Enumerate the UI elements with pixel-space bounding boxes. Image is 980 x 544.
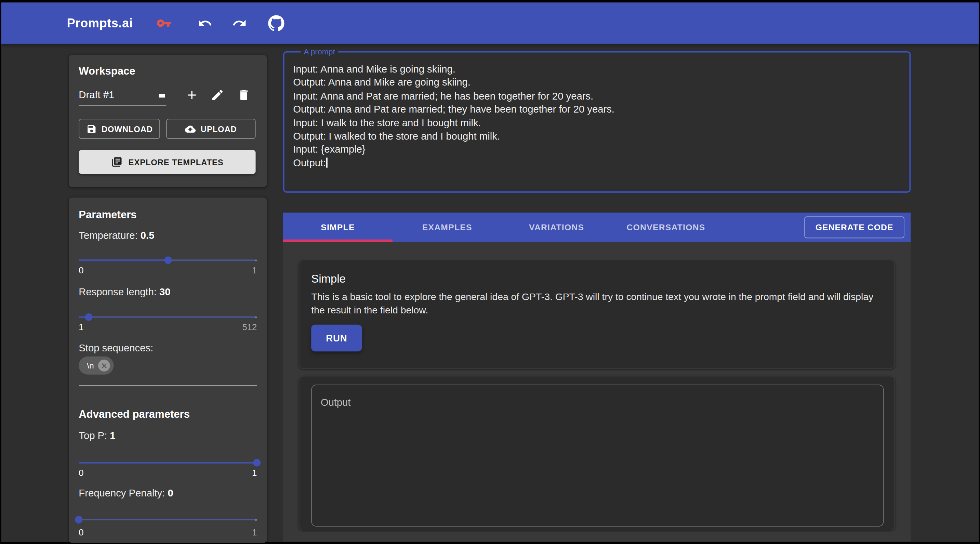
temperature-label: Temperature: 0.5 (79, 230, 154, 242)
redo-button[interactable] (232, 16, 247, 31)
dropdown-caret-icon (159, 94, 165, 97)
prompt-line: Input: Anna and Mike is going skiing. (293, 62, 900, 76)
upload-label: UPLOAD (201, 124, 237, 134)
tab-simple[interactable]: SIMPLE (283, 212, 393, 242)
top-p-minmax: 0 1 (79, 468, 257, 478)
download-label: DOWNLOAD (102, 124, 153, 134)
output-section: Output (299, 376, 895, 530)
workspace-panel: Workspace Draft #1 DOWNLOAD (69, 55, 267, 187)
mode-tabs: SIMPLE EXAMPLES VARIATIONS CONVERSATIONS… (283, 212, 911, 242)
simple-heading: Simple (311, 273, 346, 286)
response-length-min: 1 (79, 322, 83, 332)
edit-workspace-button[interactable] (207, 85, 228, 107)
tab-variations[interactable]: VARIATIONS (502, 212, 611, 242)
explore-templates-label: EXPLORE TEMPLATES (129, 157, 224, 167)
edit-icon (211, 88, 224, 104)
top-p-max: 1 (252, 468, 257, 478)
frequency-penalty-label: Frequency Penalty: 0 (79, 488, 173, 499)
active-tab-indicator (283, 239, 393, 242)
prompt-field[interactable]: A prompt Input: Anna and Mike is going s… (283, 48, 911, 193)
prompt-line: Input: {example} (293, 143, 900, 156)
redo-icon (232, 16, 247, 31)
temperature-slider-thumb[interactable] (164, 256, 172, 264)
explore-templates-button[interactable]: EXPLORE TEMPLATES (79, 150, 255, 174)
chip-delete-icon[interactable]: ✕ (98, 360, 110, 372)
response-length-slider-thumb[interactable] (85, 313, 93, 321)
generate-code-button[interactable]: GENERATE CODE (804, 216, 904, 238)
frequency-penalty-minmax: 0 1 (79, 527, 257, 537)
parameters-heading: Parameters (79, 209, 137, 221)
top-p-label: Top P: 1 (79, 431, 115, 442)
prompt-line: Output: Anna and Mike are going skiing. (293, 76, 900, 89)
top-p-slider-thumb[interactable] (253, 459, 261, 467)
temperature-minmax: 0 1 (79, 265, 257, 275)
prompt-line: Input: Anna and Pat are married; he has … (293, 89, 900, 103)
simple-section: Simple This is a basic tool to explore t… (299, 260, 895, 369)
frequency-penalty-max: 1 (252, 527, 257, 537)
api-key-button[interactable] (157, 16, 172, 31)
stop-sequences-underline[interactable] (79, 385, 257, 386)
github-button[interactable] (269, 15, 285, 32)
delete-workspace-button[interactable] (233, 85, 255, 107)
navbar: Prompts.ai (2, 2, 979, 44)
advanced-parameters-heading: Advanced parameters (79, 408, 190, 421)
github-icon (269, 15, 285, 32)
temperature-slider[interactable] (79, 256, 257, 264)
add-icon (185, 88, 199, 104)
temperature-min: 0 (79, 265, 83, 275)
response-length-value: 30 (159, 286, 171, 297)
simple-description: This is a basic tool to explore the gene… (311, 290, 883, 316)
upload-button[interactable]: UPLOAD (166, 119, 255, 139)
output-placeholder: Output (321, 397, 351, 408)
top-p-value: 1 (110, 431, 115, 441)
temperature-value: 0.5 (140, 230, 154, 241)
text-cursor (326, 157, 328, 167)
prompt-line: Output: I walked to the store and I boug… (293, 129, 900, 143)
parameters-panel: Parameters Temperature: 0.5 0 1 Response… (69, 198, 267, 543)
workspace-select-value: Draft #1 (79, 86, 166, 104)
frequency-penalty-slider-thumb[interactable] (75, 516, 83, 523)
frequency-penalty-min: 0 (79, 527, 83, 537)
workspace-select[interactable]: Draft #1 (79, 86, 166, 106)
prompt-line-last: Output: (293, 156, 900, 170)
undo-button[interactable] (198, 16, 213, 31)
frequency-penalty-value: 0 (167, 488, 173, 498)
prompt-line: Output: Anna and Pat are married; they h… (293, 103, 900, 116)
app-title: Prompts.ai (67, 16, 133, 30)
temperature-max: 1 (252, 265, 257, 275)
output-field[interactable]: Output (311, 384, 884, 526)
frequency-penalty-slider[interactable] (79, 516, 257, 523)
stop-sequence-chip-text: \n (87, 361, 94, 370)
workspace-heading: Workspace (79, 65, 135, 78)
key-icon (157, 16, 172, 31)
response-length-max: 512 (242, 322, 257, 332)
stop-sequences-label: Stop sequences: (79, 343, 153, 354)
top-p-slider[interactable] (79, 459, 257, 467)
response-length-minmax: 1 512 (79, 322, 257, 332)
delete-icon (237, 88, 251, 104)
response-length-label: Response length: 30 (79, 286, 170, 298)
save-icon (86, 123, 96, 134)
run-button[interactable]: RUN (311, 325, 362, 352)
add-workspace-button[interactable] (181, 85, 202, 107)
tab-conversations[interactable]: CONVERSATIONS (611, 212, 721, 242)
prompt-field-legend: A prompt (301, 48, 338, 56)
response-length-slider[interactable] (79, 313, 257, 321)
stop-sequence-chip[interactable]: \n ✕ (79, 356, 114, 375)
tab-examples[interactable]: EXAMPLES (393, 212, 502, 242)
prompt-line: Input: I walk to the store and I bought … (293, 116, 900, 129)
undo-icon (198, 16, 213, 31)
download-button[interactable]: DOWNLOAD (79, 119, 160, 139)
library-books-icon (111, 156, 122, 168)
cloud-upload-icon (185, 123, 196, 134)
top-p-min: 0 (79, 468, 83, 478)
